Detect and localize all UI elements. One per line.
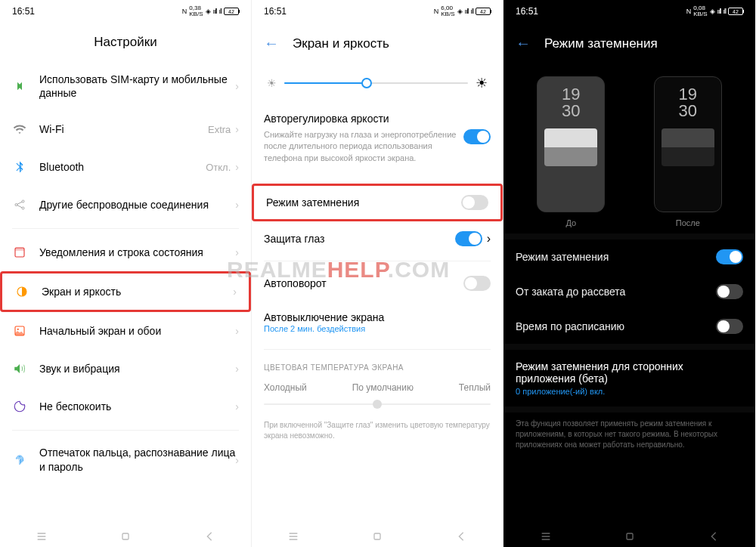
sim-data-item[interactable]: Использовать SIM-карту и мобильные данны…	[0, 62, 251, 110]
temp-cold: Холодный	[264, 382, 307, 393]
sound-item[interactable]: Звук и вибрация ›	[0, 350, 251, 388]
wifi-icon: ◈	[206, 8, 211, 15]
svg-point-1	[22, 200, 24, 202]
nav-bar	[252, 526, 503, 547]
display-screen: 16:51 N 6,00KB/S ◈ ııll ıll 42 ← Экран и…	[252, 0, 503, 547]
display-brightness-item[interactable]: Экран и яркость ›	[0, 271, 251, 312]
sunset-toggle[interactable]	[716, 284, 743, 299]
back-button[interactable]: ←	[516, 35, 531, 52]
item-label: Уведомления и строка состояния	[39, 246, 235, 259]
nav-menu-icon[interactable]	[36, 530, 48, 542]
signal-icon: ııll	[213, 8, 217, 15]
item-label: Начальный экран и обои	[39, 324, 235, 338]
eye-protect-toggle[interactable]	[455, 231, 482, 246]
chevron-right-icon: ›	[235, 325, 239, 337]
wifi-icon: ◈	[457, 8, 463, 15]
nav-bar	[0, 526, 251, 547]
auto-rotate-label: Автоповорот	[264, 277, 463, 289]
item-extra: Откл.	[206, 162, 231, 173]
page-title: Режим затемнения	[544, 36, 658, 51]
dnd-item[interactable]: Не беспокоить ›	[0, 388, 251, 425]
sun-high-icon: ☀	[476, 75, 488, 91]
dark-mode-toggle[interactable]	[716, 249, 743, 264]
eye-protect-row[interactable]: Защита глаз ›	[252, 221, 503, 256]
status-time: 16:51	[264, 6, 287, 17]
bluetooth-icon	[12, 159, 27, 175]
chevron-right-icon: ›	[235, 80, 239, 92]
auto-rotate-toggle[interactable]	[463, 276, 491, 291]
status-bar: 16:51 N 0,38KB/S ◈ ııll ıll 42	[0, 0, 251, 21]
temp-default: По умолчанию	[352, 382, 414, 393]
nav-back-icon[interactable]	[708, 530, 720, 542]
nav-back-icon[interactable]	[455, 530, 467, 542]
svg-point-0	[15, 204, 17, 206]
status-bar: 16:51 N 6,00KB/S ◈ ııll ıll 42	[252, 0, 503, 21]
signal-icon: ııll	[465, 8, 469, 15]
auto-off-label[interactable]: Автовыключение экрана	[252, 301, 503, 323]
chevron-right-icon: ›	[235, 400, 239, 413]
nav-home-icon[interactable]	[624, 530, 636, 542]
page-title: Настройки	[0, 21, 251, 62]
back-button[interactable]: ←	[264, 35, 279, 52]
chevron-right-icon: ›	[235, 123, 239, 135]
page-title: Экран и яркость	[293, 36, 389, 51]
nav-bar	[503, 526, 755, 547]
third-party-subtitle: 0 приложение(-ий) вкл.	[503, 386, 755, 406]
home-wallpaper-item[interactable]: Начальный экран и обои ›	[0, 312, 251, 350]
status-bar: 16:51 N 0,08KB/S ◈ ııll ıll 42	[503, 0, 755, 21]
svg-rect-10	[627, 533, 633, 539]
home-icon	[12, 323, 27, 338]
schedule-row[interactable]: Время по расписанию	[503, 309, 755, 344]
chevron-right-icon: ›	[233, 286, 237, 298]
item-label: Экран и яркость	[42, 285, 233, 298]
settings-screen: 16:51 N 0,38KB/S ◈ ııll ıll 42 Настройки…	[0, 0, 252, 547]
dark-mode-toggle[interactable]	[461, 195, 488, 210]
preview-before: 1930 До	[537, 76, 605, 227]
item-label: Использовать SIM-карту и мобильные данны…	[39, 73, 235, 100]
nav-home-icon[interactable]	[371, 530, 383, 542]
svg-rect-8	[122, 533, 129, 539]
chevron-right-icon: ›	[235, 161, 239, 173]
bluetooth-item[interactable]: Bluetooth Откл. ›	[0, 148, 251, 186]
auto-brightness-desc: Снижайте нагрузку на глаза и энергопотре…	[264, 129, 463, 164]
item-extra: Extra	[208, 124, 231, 135]
sim-icon	[12, 79, 27, 94]
brightness-slider[interactable]: ☀ ☀	[252, 64, 503, 102]
item-label: Bluetooth	[39, 160, 206, 174]
signal-icon: ıll	[219, 8, 222, 15]
wifi-icon	[12, 122, 27, 137]
item-label: Отпечаток пальца, распознавание лица и п…	[39, 446, 235, 473]
dnd-icon	[12, 399, 27, 414]
temp-warm: Теплый	[459, 382, 491, 393]
wifi-icon: ◈	[710, 8, 715, 15]
auto-brightness-title: Авторегулировка яркости	[252, 102, 503, 126]
nav-home-icon[interactable]	[119, 530, 132, 542]
color-temp-header: ЦВЕТОВАЯ ТЕМПЕРАТУРА ЭКРАНА	[252, 354, 503, 375]
wifi-item[interactable]: Wi-Fi Extra ›	[0, 110, 251, 148]
third-party-title[interactable]: Режим затемнения для сторонних приложени…	[503, 350, 755, 386]
wireless-item[interactable]: Другие беспроводные соединения ›	[0, 186, 251, 224]
chevron-right-icon: ›	[235, 454, 239, 466]
battery-icon: 42	[728, 8, 743, 15]
chevron-right-icon: ›	[235, 199, 239, 211]
nav-menu-icon[interactable]	[540, 530, 552, 542]
dark-mode-screen: 16:51 N 0,08KB/S ◈ ııll ıll 42 ← Режим з…	[503, 0, 755, 547]
fingerprint-icon	[12, 453, 27, 468]
sunset-row[interactable]: От заката до рассвета	[503, 274, 755, 309]
item-label: Звук и вибрация	[39, 362, 235, 375]
preview-after: 1930 После	[654, 76, 722, 227]
nav-menu-icon[interactable]	[287, 530, 299, 542]
battery-icon: 42	[224, 8, 239, 15]
notifications-item[interactable]: Уведомления и строка состояния ›	[0, 233, 251, 271]
fingerprint-item[interactable]: Отпечаток пальца, распознавание лица и п…	[0, 435, 251, 484]
schedule-toggle[interactable]	[716, 319, 743, 334]
item-label: Другие беспроводные соединения	[39, 198, 235, 212]
sound-icon	[12, 361, 27, 376]
dark-mode-row[interactable]: Режим затемнения	[252, 184, 503, 221]
notification-icon	[12, 245, 27, 260]
color-temp-slider[interactable]	[252, 400, 503, 414]
auto-rotate-row[interactable]: Автоповорот	[252, 266, 503, 301]
dark-mode-row[interactable]: Режим затемнения	[503, 240, 755, 274]
nav-back-icon[interactable]	[203, 530, 215, 542]
auto-brightness-toggle[interactable]	[463, 129, 491, 144]
